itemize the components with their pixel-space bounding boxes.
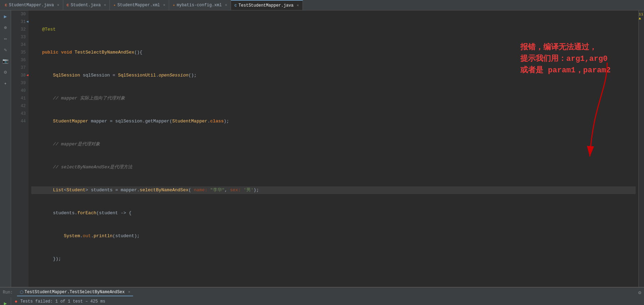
tab-close-icon[interactable]: × [163,3,166,7]
code-line-33: // mapper 实际上指向了代理对象 [31,95,636,102]
run-content: ● Tests failed: 1 of 1 test – 425 ms 202… [11,297,644,305]
diff-icon[interactable]: ⇔ [1,34,10,43]
run-tab-label: TestStudentMapper.TestSelectByNameAndSex [25,290,125,295]
code-line-41 [31,278,636,286]
left-sidebar: ▶ ⊕ ⇔ ✎ 📷 ⚙ ✦ [0,10,11,287]
run-label: Run: [3,290,13,295]
add-icon[interactable]: ⊕ [1,23,10,32]
tab-student-java[interactable]: C Student.java × [63,0,110,10]
run-tab[interactable]: ⬡ TestStudentMapper.TestSelectByNameAndS… [17,289,133,296]
line-34: 34 [14,41,26,49]
tab-teststudentmapper-java[interactable]: C TestStudentMapper.java × [231,0,303,10]
code-line-34: StudentMapper mapper = sqlSession.getMap… [31,118,636,125]
code-line-39: System.out.println(student); [31,232,636,240]
warning-badge: 11 ▲ [639,12,643,21]
right-sidebar: 11 ▲ [638,10,644,287]
tab-studentmapper-xml[interactable]: ✦ StudentMapper.xml × [110,0,169,10]
run-button[interactable]: ▶ [1,299,10,305]
line-31: 31 ◀ [14,18,26,26]
run-tab-icon: ⬡ [20,290,23,295]
run-panel: ▶ » ● ☑ ≡ ▦ ✦ ● Tests failed: 1 of 1 tes… [0,297,644,305]
test-status-bar: ● Tests failed: 1 of 1 test – 425 ms [11,297,644,305]
tab-label: TestStudentMapper.java [239,3,294,8]
line-43: 43 [14,110,26,118]
line-42: 42 [14,102,26,110]
xml-icon: ✦ [113,3,116,7]
line-41: 41 [14,95,26,102]
tab-studentmapper-java[interactable]: C StudentMapper.java × [1,0,63,10]
run-tab-close[interactable]: × [128,290,131,294]
line-38: 38 ◀ [14,72,26,79]
annotation-line2: 提示我们用：arg1,arg0 [520,53,611,65]
main-area: ▶ ⊕ ⇔ ✎ 📷 ⚙ ✦ 30 31 ◀ 32 33 34 35 36 37 … [0,10,644,287]
line-30: 30 [14,10,26,18]
java-icon: C [5,3,7,7]
code-line-35: // mapper是代理对象 [31,141,636,148]
code-line-40: }); [31,255,636,263]
line-39: 39 [14,79,26,87]
line-32: 32 [14,26,26,33]
star-icon[interactable]: ✦ [1,79,10,87]
code-line-36: // selectByNameAndSex是代理方法 [31,163,636,171]
annotation-line3: 或者是 param1，param2 [520,65,611,76]
tab-label: mybatis-config.xml [177,3,222,8]
code-line-38: students.forEach(student -> { [31,209,636,217]
edit-icon[interactable]: ✎ [1,46,10,54]
run-controls: ▶ » ● ☑ ≡ ▦ ✦ [0,297,11,305]
line-40: 40 [14,87,26,95]
xml-icon: ✦ [173,3,175,7]
run-panel-header: Run: ⬡ TestStudentMapper.TestSelectByNam… [0,287,644,297]
tab-close-icon[interactable]: × [297,3,299,8]
line-numbers: 30 31 ◀ 32 33 34 35 36 37 38 ◀ 39 40 41 … [11,10,28,287]
test-failed-icon: ● [15,299,17,304]
settings-icon[interactable]: ⚙ [1,68,10,76]
tab-label: StudentMapper.xml [117,3,160,8]
camera-icon[interactable]: 📷 [1,57,10,65]
java-icon: C [234,3,237,8]
tab-label: StudentMapper.java [9,3,54,8]
tab-mybatis-config-xml[interactable]: ✦ mybatis-config.xml × [169,0,231,10]
line-44: 44 [14,118,26,125]
test-status-text: Tests failed: 1 of 1 test – 425 ms [20,299,105,304]
line-35: 35 [14,49,26,56]
warning-count: 11 ▲ [639,12,643,21]
tab-close-icon[interactable]: × [104,3,106,7]
annotation-line1: 报错，编译无法通过， [520,42,611,53]
code-line-30: @Test [31,26,636,33]
code-editor[interactable]: 30 31 ◀ 32 33 34 35 36 37 38 ◀ 39 40 41 … [11,10,638,287]
java-icon: C [67,3,69,7]
tab-bar: C StudentMapper.java × C Student.java × … [0,0,644,10]
tab-close-icon[interactable]: × [57,3,59,7]
run-icon[interactable]: ▶ [1,12,10,21]
line-36: 36 [14,56,26,64]
tab-label: Student.java [71,3,100,8]
line-37: 37 [14,64,26,72]
code-line-37: List<Student> students = mapper.selectBy… [31,186,636,194]
annotation-balloon: 报错，编译无法通过， 提示我们用：arg1,arg0 或者是 param1，pa… [520,42,611,76]
run-settings-icon[interactable]: ⚙ [638,290,641,296]
tab-close-icon[interactable]: × [225,3,227,7]
line-33: 33 [14,33,26,41]
